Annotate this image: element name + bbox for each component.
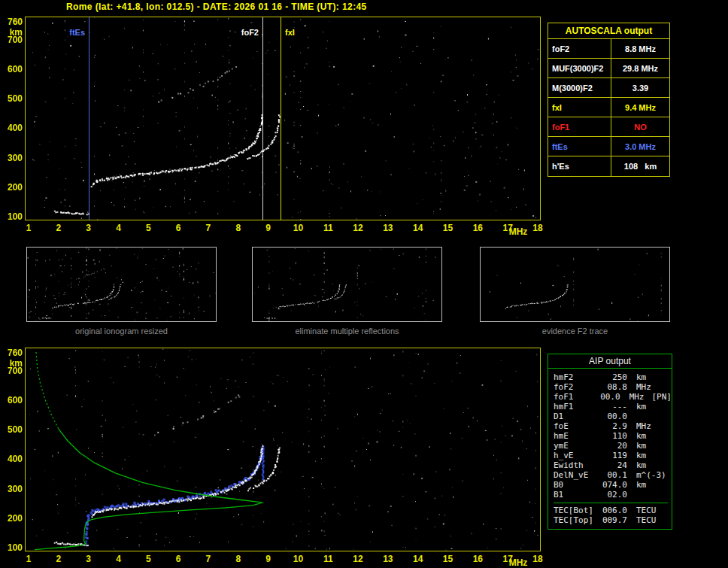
autoscala-row-h'Es: h'Es108 km [548,156,669,176]
y-tick-label: 500 [0,93,23,104]
x-tick-label: 18 [530,223,545,233]
autoscala-table-rows: foF28.8 MHzMUF(3000)F229.8 MHzM(3000)F23… [548,39,669,176]
x-tick-label: 1 [21,554,36,564]
autoscala-param-label: ftEs [548,137,611,156]
x-tick-label: 11 [320,554,335,564]
y-tick-label: 300 [0,484,23,494]
y-tick-label: 400 [0,123,23,133]
x-tick-label: 10 [290,223,305,233]
y-axis-unit-label: km [0,358,23,369]
aip-param-unit: km [636,460,646,470]
autoscala-table-title: AUTOSCALA output [548,23,669,39]
autoscala-row-foF1: foF1NO [548,117,669,137]
marker-label-fxi: fxI [284,28,296,37]
marker-label-ftes: ftEs [68,28,86,37]
window-title: Rome (lat: +41.8, lon: 012.5) - DATE: 20… [66,2,367,12]
thumb-original-ionogram [26,247,217,322]
aip-param-value: 2.9 [600,421,627,431]
y-tick-label: 500 [0,424,23,435]
y-axis-unit-label: km [0,27,23,38]
autoscala-output-table: AUTOSCALA output foF28.8 MHzMUF(3000)F22… [548,23,670,177]
x-axis-unit-label: MHz [506,226,530,237]
aip-param-value: 250 [600,372,627,382]
autoscala-param-label: foF1 [548,117,611,136]
aip-param-value: 009.7 [600,515,627,525]
aip-param-label: h_vE [554,451,600,460]
x-tick-label: 5 [141,223,156,233]
autoscala-param-value: 8.8 MHz [611,39,669,58]
aip-param-label: D1 [554,412,600,421]
aip-param-label: hmE [554,431,600,441]
aip-row-Ewidth: Ewidth24km [554,460,672,470]
autoscala-row-M(3000)F2: M(3000)F23.39 [548,78,669,98]
aip-param-label: Ewidth [554,460,600,470]
aip-param-unit: MHz [636,382,651,392]
autoscala-param-value: 3.39 [611,78,669,97]
aip-output-table: AIP output hmF2250kmfoF208.8MHzfoF100.0M… [548,354,672,530]
aip-param-label: DelN_vE [554,470,600,480]
ionogram-canvas [26,17,540,220]
x-tick-label: 4 [111,554,126,564]
autoscala-param-value: 108 km [611,156,669,176]
x-tick-label: 7 [201,223,216,233]
aip-table-title: AIP output [548,354,672,369]
thumb-multiples-removed-canvas [253,248,441,321]
autoscala-row-fxI: fxI9.4 MHz [548,98,669,117]
aip-param-label: foF2 [554,382,600,392]
aip-param-unit: km [636,402,646,412]
aip-row-hmF1: hmF1---km [554,402,672,412]
aip-param-value: 08.8 [600,382,627,392]
x-tick-label: 16 [470,223,485,233]
aip-param-value: 074.0 [600,480,627,490]
y-tick-label: 200 [0,182,23,193]
aip-param-label: TEC[Bot] [554,506,600,515]
aip-param-label: foF1 [554,392,596,402]
aip-param-unit: MHz [636,421,651,431]
aip-param-value: 110 [600,431,627,441]
profile-ionogram-canvas [26,348,540,551]
autoscala-row-MUF(3000)F2: MUF(3000)F229.8 MHz [548,59,669,78]
aip-param-unit: km [636,451,646,460]
aip-row-D1: D100.0 [554,412,672,421]
autoscala-param-label: fxI [548,98,611,117]
aip-param-unit: m^(-3) [636,470,666,480]
y-tick-label: 760 [0,17,23,27]
x-tick-label: 9 [261,223,276,233]
aip-row-h_vE: h_vE119km [554,451,672,460]
y-tick-label: 600 [0,395,23,405]
x-tick-label: 1 [21,223,36,233]
aip-row-DelN_vE: DelN_vE00.1m^(-3) [554,470,672,480]
aip-row-foF2: foF208.8MHz [554,382,672,392]
x-tick-label: 8 [231,223,246,233]
aip-separator-line [554,503,668,503]
x-tick-label: 14 [411,554,426,564]
aip-row-foE: foE2.9MHz [554,421,672,431]
x-tick-label: 3 [81,554,96,564]
thumb-caption-f2trace: evidence F2 trace [480,327,670,336]
x-tick-label: 4 [111,223,126,233]
y-tick-label: 100 [0,211,23,222]
marker-label-fof2: foF2 [241,28,259,37]
autoscala-param-label: MUF(3000)F2 [548,59,611,77]
y-tick-label: 760 [0,348,23,358]
autoscala-row-ftEs: ftEs3.0 MHz [548,137,669,156]
x-tick-label: 12 [350,554,366,564]
y-tick-label: 400 [0,454,23,464]
aip-param-label: B1 [554,490,600,500]
ionogram-main-plot [25,17,541,220]
aip-param-value: 119 [600,451,627,460]
x-tick-label: 15 [441,554,456,564]
y-tick-label: 600 [0,64,23,74]
autoscala-param-value: 3.0 MHz [611,137,669,156]
x-tick-label: 13 [381,223,396,233]
aip-param-extra: [PN] [652,392,672,402]
autoscala-param-label: foF2 [548,39,611,58]
autoscala-param-value: 29.8 MHz [611,59,669,77]
aip-param-value: 00.0 [596,392,620,402]
x-tick-label: 11 [320,223,335,233]
x-tick-label: 18 [530,554,545,564]
aip-row-hmF2: hmF2250km [554,372,672,382]
aip-param-unit: km [636,431,646,441]
autoscala-param-value: 9.4 MHz [611,98,669,117]
aip-param-label: hmF2 [554,372,600,382]
